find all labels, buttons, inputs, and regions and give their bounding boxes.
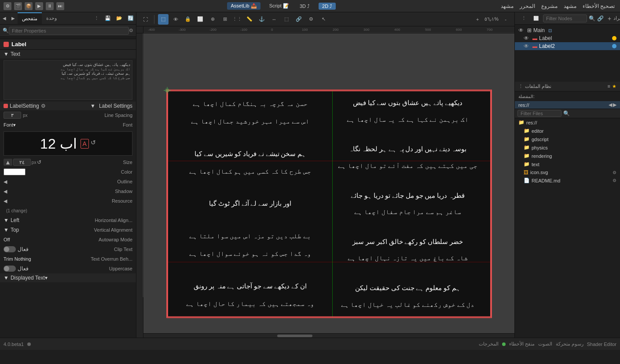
tab-node[interactable]: وحدة [42,12,61,24]
clip-text-toggle[interactable] [4,246,16,252]
output-btn[interactable]: المخرجات [479,341,499,347]
scrollbar-thumb[interactable] [277,335,312,337]
lock-btn[interactable]: 🔒 [183,14,193,25]
bookmark-icon[interactable]: ★ [612,84,616,89]
settings-canvas-btn[interactable]: ⚙ [306,14,316,25]
file-item-editor[interactable]: 📁 editor [515,127,620,135]
canvas-hscrollbar[interactable] [143,333,514,338]
size-reset-btn[interactable]: ↺ [37,159,41,165]
snap-btn[interactable]: ⊞ [220,14,230,25]
open-scene-btn[interactable]: 📂 [114,13,125,24]
right-import-label[interactable]: استيراد [613,15,620,21]
filter-files-search-icon[interactable]: 🔍 [563,110,570,116]
step-icon[interactable]: ⏭ [56,2,64,10]
zoom-minus-btn[interactable]: - [500,14,511,25]
font-value[interactable]: Font▾ [4,122,67,128]
res-fwd-icon[interactable]: ▶ [613,102,616,108]
left-nav-back[interactable]: ◀ [0,14,9,23]
displayed-text-section[interactable]: ▼ Displayed Text▾ [0,273,136,282]
transform-btn[interactable]: ↔ [269,14,279,25]
left-panel-menu[interactable]: ⋮ [91,13,102,24]
font-color-icon[interactable]: A [81,139,89,149]
filter-nodes-icon[interactable]: ⬜ [531,13,541,24]
zoom-add-btn[interactable]: + [472,14,483,25]
scene-item-label[interactable]: 👁 ▬ Label [515,34,620,42]
link-btn[interactable]: 🔗 [293,14,304,25]
save-scene-btn[interactable]: 💾 [103,13,113,24]
play-icon[interactable]: ▶ [35,2,43,10]
link-icon[interactable]: 🔗 [597,15,604,22]
filter-files-input[interactable] [517,110,561,117]
tab-inspector[interactable]: متفحص [18,12,42,24]
scene-icon-btn[interactable]: 🎬 [14,2,22,10]
mode-2d-btn[interactable]: 2D ⤴ [319,3,336,10]
viewport-btn[interactable]: ⬚ [281,14,292,25]
fullscreen-btn[interactable]: ⛶ [140,14,150,25]
mode-3d-btn[interactable]: 3D ⤴ [298,3,312,10]
scene-item-label2[interactable]: 👁 ▬ Label2 [515,42,620,50]
script-btn[interactable]: Script 📝 [268,2,291,10]
uppercase-toggle[interactable] [4,266,16,272]
audio-btn[interactable]: الصوت [538,341,552,347]
label-settings-section-header[interactable]: LabelSetting ⚙ ▼ Label Settings [0,102,136,110]
left-nav-fwd[interactable]: ▶ [9,14,18,23]
label-eye-icon[interactable]: 👁 [524,35,529,41]
anchor-btn[interactable]: ⚓ [257,14,267,25]
grid-btn[interactable]: ⋮⋮ [232,14,242,25]
h-align-section-arrow[interactable]: ▼ [4,217,9,223]
resource-value[interactable]: ◀ [4,198,67,204]
ruler-btn[interactable]: 📏 [244,14,255,25]
menu-editor[interactable]: المحرر [518,2,537,10]
outline-value[interactable]: ◀ [4,179,67,185]
menu-project[interactable]: مشروع [539,2,559,10]
file-item-rendering[interactable]: 📁 rendering [515,152,620,160]
animation-btn[interactable]: رسوم متحركة [556,341,583,347]
menu-scene[interactable]: مشهد [562,2,578,10]
right-panel-menu[interactable]: ⋮ [518,13,529,24]
menu-debug[interactable]: تصحيح الأخطاء [581,2,616,10]
color-swatch[interactable] [4,168,26,175]
filter-properties-input[interactable] [9,27,129,35]
file-item-icon[interactable]: 🖼 icon.svg ⚙ [515,168,620,176]
label2-eye-icon[interactable]: 👁 [524,43,529,49]
canvas-scrollbar-h[interactable] [143,333,514,338]
search-nodes-icon[interactable]: 🔍 [589,15,595,22]
res-back-icon[interactable]: ◀ [609,102,612,108]
file-item-gdscript[interactable]: 📁 gdscript [515,135,620,143]
size-decrease-btn[interactable]: ▲ [4,159,12,166]
node-options-icon[interactable]: ⚙ [129,28,133,33]
file-item-text[interactable]: 📁 text [515,160,620,168]
shader-editor-btn[interactable]: Shader Editor [587,342,616,347]
add-node-button[interactable]: + [605,15,613,22]
select-tool[interactable]: ⬚ [158,14,169,25]
file-item-physics[interactable]: 📁 physics [515,143,620,152]
pause-icon[interactable]: ⏸ [46,2,54,10]
text-section-header[interactable]: ▼ Text [0,50,136,58]
label-settings-btn[interactable]: LabelSetting ⚙ [4,103,88,109]
file-item-res[interactable]: 📁 res:// [515,118,620,127]
cursor-tool[interactable]: ↖ [318,14,329,25]
godot-icon[interactable]: ⚙ [4,2,11,10]
pivot-btn[interactable]: ⊕ [207,14,218,25]
group-btn[interactable]: ⬜ [195,14,205,25]
line-spacing-input[interactable] [4,112,21,119]
size-input[interactable] [13,159,31,166]
font-reset-icon[interactable]: ↺ [91,139,96,149]
res-favorite-bar[interactable]: res:// ◀ ▶ [515,101,620,109]
list-view-icon[interactable]: ≡ [608,84,610,89]
debugger-btn[interactable]: منقح الأخطاء [509,341,535,347]
main-eye-icon[interactable]: 👁 [518,27,524,33]
scene-item-main[interactable]: 👁 ⊞ Main ⊡ [515,26,620,34]
menu-help[interactable]: مشهد [499,2,515,10]
v-align-section-arrow[interactable]: ▼ [4,227,9,233]
file-label-res: res:// [526,120,537,125]
filesystem-settings-icon[interactable]: ⋮ [518,84,523,89]
shadow-value[interactable]: ◀ [4,189,67,194]
import-icon-btn[interactable]: 📦 [25,2,33,10]
show-btn[interactable]: 👁 [170,14,181,25]
assetlib-btn[interactable]: AssetLib 📥 [227,2,260,10]
canvas-wrapper[interactable]: دیکھیے پاتے ہیں عشاق بتوں سے کیا فیض اک … [143,33,514,338]
history-btn[interactable]: 🔄 [125,13,136,24]
filter-nodes-input[interactable] [543,15,587,22]
file-item-readme[interactable]: 📄 README.md ⚙ [515,176,620,185]
